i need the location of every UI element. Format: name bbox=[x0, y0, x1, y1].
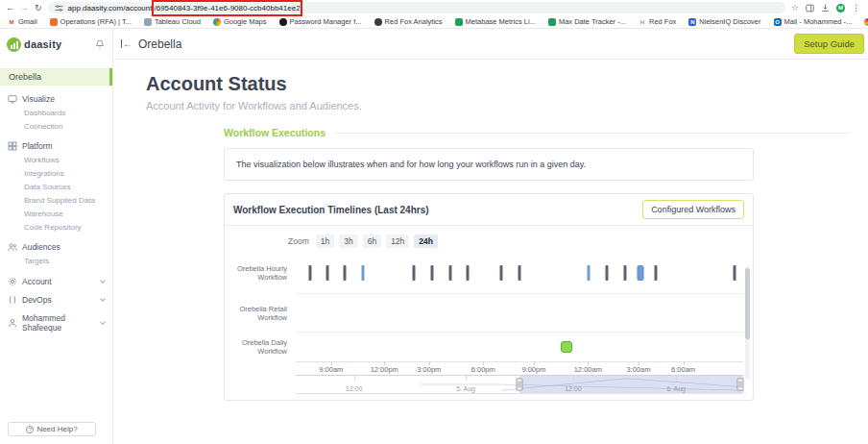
bookmark-favicon: O bbox=[774, 18, 782, 26]
sidebar-item-code-repository[interactable]: Code Repository bbox=[0, 220, 112, 234]
sidebar-item-account[interactable]: Account bbox=[0, 272, 112, 290]
execution-mark[interactable] bbox=[518, 265, 521, 281]
sidebar-section-audiences[interactable]: Audiences bbox=[0, 240, 112, 254]
url-annotation-box: /69540843-3f9e-41e6-9080-ccb40bb41ee2 bbox=[152, 4, 301, 12]
sidebar-item-targets[interactable]: Targets bbox=[0, 254, 112, 267]
browser-window: ← → ↻ app.daasity.com/account/69540843-3… bbox=[0, 0, 868, 444]
sidebar-item-integrations[interactable]: Integrations bbox=[0, 166, 112, 180]
address-bar[interactable]: app.daasity.com/account/69540843-3f9e-41… bbox=[48, 2, 785, 13]
sidebar-section-platform[interactable]: Platform bbox=[0, 139, 112, 153]
need-help-button[interactable]: ? Need Help? bbox=[8, 422, 96, 436]
execution-mark[interactable] bbox=[500, 265, 503, 281]
bookmark-item[interactable]: Password Manager f... bbox=[279, 17, 362, 26]
execution-mark[interactable] bbox=[431, 265, 434, 281]
bookmark-star-icon[interactable]: ☆ bbox=[791, 0, 799, 15]
execution-mark[interactable] bbox=[361, 265, 364, 281]
zoom-12h-button[interactable]: 12h bbox=[386, 234, 409, 248]
row-label: Orebella Retail Workflow bbox=[225, 294, 296, 333]
bookmark-item[interactable]: HRed Fox bbox=[639, 17, 676, 26]
daasity-logo[interactable]: daasity bbox=[7, 37, 61, 52]
chart-scrollbar[interactable] bbox=[745, 266, 750, 380]
tune-icon bbox=[55, 4, 63, 12]
bookmark-label: Red Fox Analytics bbox=[385, 17, 443, 26]
execution-mark[interactable] bbox=[655, 265, 658, 281]
sidebar-item-connection[interactable]: Connection bbox=[0, 119, 112, 133]
navigator-handle[interactable] bbox=[736, 379, 743, 391]
chevron-down-icon bbox=[100, 278, 106, 284]
setup-guide-button[interactable]: Setup Guide bbox=[794, 34, 864, 54]
bookmark-item[interactable]: MGmail bbox=[8, 17, 37, 26]
execution-mark[interactable] bbox=[637, 265, 643, 281]
page-subtitle: Account Activity for Workflows and Audie… bbox=[146, 100, 868, 111]
navigator-selection[interactable] bbox=[519, 376, 743, 393]
bell-icon[interactable] bbox=[95, 39, 105, 49]
configured-workflows-button[interactable]: Configured Workflows bbox=[642, 200, 744, 219]
execution-mark[interactable] bbox=[467, 265, 470, 281]
row-label: Orebella Hourly Workflow bbox=[225, 252, 296, 294]
execution-mark[interactable] bbox=[588, 265, 591, 281]
sidebar-item-dashboards[interactable]: Dashboards bbox=[0, 106, 112, 119]
bookmark-item[interactable]: Metabase Metrics Li... bbox=[455, 17, 536, 26]
bookmark-item[interactable]: Max Date Tracker -... bbox=[548, 17, 626, 26]
scrollbar-thumb[interactable] bbox=[745, 268, 750, 339]
navigator-handle[interactable] bbox=[517, 379, 523, 391]
bookmark-label: Metabase Metrics Li... bbox=[466, 17, 536, 26]
browser-menu-icon[interactable]: ⋮ bbox=[852, 0, 860, 15]
sidebar-item-mohammed-shafeeque[interactable]: Mohammed Shafeeque bbox=[0, 308, 112, 336]
sidebar-item-data-sources[interactable]: Data Sources bbox=[0, 180, 112, 193]
axis-tick-label: 6:00pm bbox=[471, 365, 495, 374]
sidebar: daasity Orebella VisualizeDashboardsConn… bbox=[0, 29, 113, 444]
profile-avatar[interactable]: M bbox=[836, 4, 845, 12]
reload-icon[interactable]: ↻ bbox=[35, 0, 42, 15]
execution-mark[interactable] bbox=[326, 265, 328, 281]
axis-tick-label: 12:00pm bbox=[371, 365, 398, 374]
bookmark-label: Red Fox bbox=[649, 17, 676, 26]
back-icon[interactable]: ← bbox=[6, 0, 14, 15]
execution-mark[interactable] bbox=[733, 265, 735, 281]
person-icon bbox=[8, 318, 17, 328]
execution-block[interactable] bbox=[561, 341, 572, 353]
bookmark-item[interactable]: Red Fox Analytics bbox=[374, 17, 443, 26]
sidebar-item-warehouse[interactable]: Warehouse bbox=[0, 207, 112, 220]
bookmark-item[interactable]: Operations (RFA) | T... bbox=[50, 17, 132, 26]
forward-icon[interactable]: → bbox=[20, 0, 29, 15]
zoom-24h-button[interactable]: 24h bbox=[414, 234, 438, 248]
execution-mark[interactable] bbox=[344, 265, 347, 281]
sidebar-item-devops[interactable]: DevOps bbox=[0, 290, 112, 308]
page-title: Account Status bbox=[146, 73, 868, 95]
bookmarks-bar: MGmailOperations (RFA) | T...Tableau Clo… bbox=[0, 15, 868, 29]
bookmark-favicon bbox=[144, 18, 152, 26]
bookmark-label: Max Date Tracker -... bbox=[559, 17, 626, 26]
range-navigator[interactable]: 12:005. Aug12:006. Aug bbox=[296, 375, 743, 394]
bookmark-item[interactable]: NNielsenIQ Discover bbox=[688, 17, 760, 26]
side-panel-icon[interactable] bbox=[806, 4, 814, 12]
chevron-down-icon bbox=[100, 319, 105, 324]
download-icon[interactable] bbox=[821, 4, 830, 12]
bookmark-item[interactable]: Tableau Cloud bbox=[144, 17, 201, 26]
zoom-1h-button[interactable]: 1h bbox=[316, 234, 334, 248]
zoom-3h-button[interactable]: 3h bbox=[339, 234, 357, 248]
info-text: The visualization below illustrates when… bbox=[236, 160, 586, 169]
bookmark-item[interactable]: shafeeque (DM) - R... bbox=[864, 17, 868, 26]
execution-mark[interactable] bbox=[448, 265, 451, 281]
collapse-sidebar-icon[interactable]: ← bbox=[121, 38, 133, 49]
zoom-6h-button[interactable]: 6h bbox=[363, 234, 381, 248]
execution-mark[interactable] bbox=[623, 265, 626, 281]
sidebar-section-visualize[interactable]: Visualize bbox=[0, 92, 112, 106]
sidebar-account-selected[interactable]: Orebella bbox=[0, 68, 112, 86]
question-icon: ? bbox=[26, 426, 34, 433]
browser-toolbar: ← → ↻ app.daasity.com/account/69540843-3… bbox=[0, 0, 868, 15]
execution-mark[interactable] bbox=[308, 265, 311, 281]
timeline-chart: Zoom 1h3h6h12h24h Orebella Hourly Workfl… bbox=[225, 226, 753, 400]
bookmark-item[interactable]: Google Maps bbox=[213, 17, 267, 26]
sidebar-item-workflows[interactable]: Workflows bbox=[0, 153, 112, 166]
workflow-timeline-card: Workflow Execution Timelines (Last 24hrs… bbox=[224, 193, 754, 401]
main-area: ← Orebella Setup Guide Account Status Ac… bbox=[113, 29, 868, 444]
bookmark-item[interactable]: OMail - Mohammed -... bbox=[774, 17, 853, 26]
sidebar-nav: VisualizeDashboardsConnectionPlatformWor… bbox=[0, 92, 112, 267]
sidebar-item-brand-supplied-data[interactable]: Brand Supplied Data bbox=[0, 193, 112, 207]
timeline-row: Orebella Retail Workflow bbox=[225, 294, 743, 333]
execution-mark[interactable] bbox=[605, 265, 608, 281]
execution-mark[interactable] bbox=[413, 265, 416, 281]
bookmark-favicon: N bbox=[688, 18, 696, 26]
